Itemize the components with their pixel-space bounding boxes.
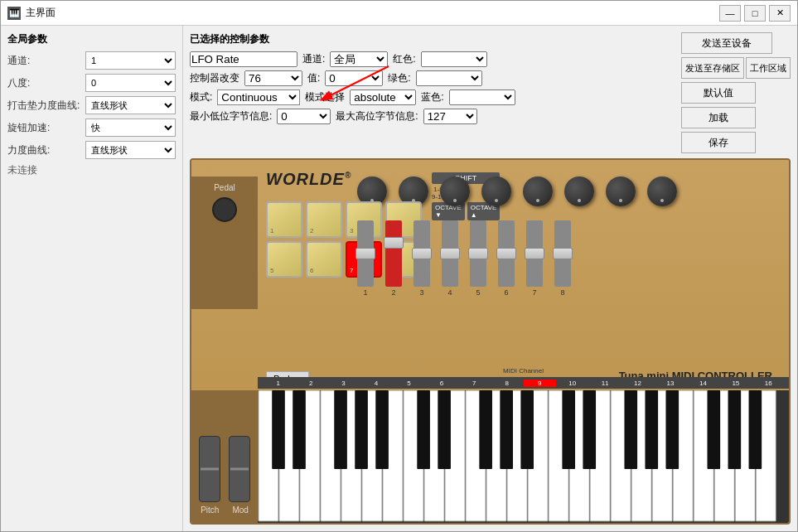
knob-4[interactable] (481, 177, 511, 206)
midi-channel-text: MIDI Channel (503, 367, 544, 375)
slider-4-container: 4 (442, 220, 458, 297)
red-select[interactable] (421, 51, 487, 67)
save-row: 发送至存储区 工作区域 (681, 57, 791, 79)
content-area: 全局参数 通道: 1 八度: 0 打击垫力度曲线: 直线形状 旋钮加速 (1, 26, 797, 531)
velocity-curve-row: 力度曲线: 直线形状 (7, 141, 176, 159)
params-row-4: 最小低位字节信息: 0 最大高位字节信息: 127 (190, 109, 675, 124)
pad-6[interactable]: 6 (306, 241, 342, 278)
slider-6[interactable] (498, 220, 515, 287)
maximize-button[interactable]: □ (744, 5, 766, 22)
knob-7[interactable] (606, 177, 636, 206)
ch-1[interactable]: 1 (262, 380, 294, 387)
mod-wheel[interactable] (229, 436, 250, 502)
knob-8[interactable] (647, 177, 677, 206)
controller-label: 控制器改变 (190, 71, 239, 85)
slider-4[interactable] (442, 220, 458, 287)
minimize-button[interactable]: — (719, 5, 741, 22)
slider-7-number: 7 (532, 288, 536, 297)
slider-8[interactable] (554, 220, 571, 287)
green-select[interactable] (416, 70, 482, 86)
ch-14[interactable]: 14 (687, 380, 719, 387)
knob-5[interactable] (523, 177, 553, 206)
svg-rect-37 (562, 390, 575, 469)
ch-5[interactable]: 5 (393, 380, 425, 387)
knob-accel-select[interactable]: 快 (85, 118, 176, 137)
slider-1-container: 1 (357, 220, 374, 297)
ch-6[interactable]: 6 (425, 380, 457, 387)
ch-9-active[interactable]: 9 (524, 380, 556, 387)
default-button[interactable]: 默认值 (681, 82, 756, 104)
ch-8[interactable]: 8 (491, 380, 523, 387)
ch-13[interactable]: 13 (654, 380, 686, 387)
blue-select[interactable] (449, 89, 515, 105)
params-row-3: 模式: Continuous Toggle Step 模式选择 absolute… (190, 89, 675, 105)
velocity-curve-select[interactable]: 直线形状 (85, 141, 176, 159)
slider-2[interactable] (385, 220, 402, 287)
svg-rect-44 (749, 390, 762, 469)
pad-5[interactable]: 5 (266, 241, 302, 278)
pad-curve-select[interactable]: 直线形状 (85, 96, 176, 114)
params-row-1: 通道: 全局 红色: (190, 51, 675, 67)
velocity-curve-label: 力度曲线: (7, 143, 82, 157)
green-label: 绿色: (388, 71, 410, 85)
piano-svg (258, 390, 789, 523)
channel-param-label: 通道: (302, 52, 325, 66)
slider-5[interactable] (470, 220, 486, 287)
left-panel: 全局参数 通道: 1 八度: 0 打击垫力度曲线: 直线形状 旋钮加速 (1, 26, 183, 531)
pitch-wheel[interactable] (199, 436, 220, 502)
slider-4-number: 4 (447, 288, 452, 297)
mode-sel-select[interactable]: absolute relative (350, 89, 416, 105)
octave-select[interactable]: 0 (85, 74, 176, 92)
workspace-button[interactable]: 工作区域 (746, 57, 791, 79)
svg-rect-42 (708, 390, 721, 469)
pedal-jack[interactable] (212, 197, 237, 222)
close-button[interactable]: ✕ (769, 5, 791, 22)
knob-6[interactable] (564, 177, 594, 206)
pad-curve-row: 打击垫力度曲线: 直线形状 (7, 96, 176, 114)
channel-param-select[interactable]: 全局 (330, 51, 388, 67)
max-byte-select[interactable]: 127 (423, 109, 477, 124)
worlde-logo: WORLDE® (266, 170, 351, 189)
pad-1[interactable]: 1 (266, 201, 302, 238)
svg-rect-39 (624, 390, 637, 469)
ch-15[interactable]: 15 (719, 380, 752, 387)
slider-7-container: 7 (526, 220, 543, 297)
channel-label: 通道: (7, 54, 82, 68)
mode-label: 模式: (190, 90, 212, 104)
slider-7[interactable] (526, 220, 543, 287)
save-button[interactable]: 保存 (681, 132, 756, 153)
ch-16[interactable]: 16 (752, 380, 785, 387)
mode-select[interactable]: Continuous Toggle Step (217, 89, 300, 105)
save-to-storage-button[interactable]: 发送至存储区 (681, 57, 744, 79)
ch-3[interactable]: 3 (327, 380, 360, 387)
load-button[interactable]: 加载 (681, 107, 756, 128)
app-icon: 🎹 (7, 7, 21, 20)
min-byte-select[interactable]: 0 (277, 109, 331, 124)
window-controls: — □ ✕ (719, 5, 791, 22)
mod-wheel-mark (230, 468, 249, 471)
pitch-wheel-mark (201, 468, 219, 471)
lfo-name-input[interactable] (190, 51, 297, 67)
value-label: 值: (307, 71, 320, 85)
piano-keys-area (258, 390, 789, 523)
midi-channel-strip: 1 2 3 4 5 6 7 8 9 10 11 12 13 (258, 377, 789, 389)
channel-select[interactable]: 1 (85, 51, 176, 70)
ch-7[interactable]: 7 (458, 380, 491, 387)
send-to-device-button[interactable]: 发送至设备 (681, 32, 772, 54)
window-title: 主界面 (26, 6, 719, 20)
ch-10[interactable]: 10 (556, 380, 588, 387)
ch-11[interactable]: 11 (588, 380, 621, 387)
pedal-label: Pedal (214, 183, 235, 192)
svg-rect-30 (355, 390, 368, 469)
ch-12[interactable]: 12 (621, 380, 654, 387)
pad-2[interactable]: 2 (306, 201, 342, 238)
pitch-mod-labels: Pitch Mod (201, 505, 249, 515)
slider-3[interactable] (414, 220, 430, 287)
value-select[interactable]: 0 (325, 70, 383, 86)
ch-2[interactable]: 2 (294, 380, 326, 387)
controller-select[interactable]: 76 (244, 70, 302, 86)
connection-status: 未连接 (7, 163, 176, 177)
slider-1[interactable] (357, 220, 374, 287)
ch-4[interactable]: 4 (360, 380, 392, 387)
knob-3[interactable] (440, 177, 470, 206)
